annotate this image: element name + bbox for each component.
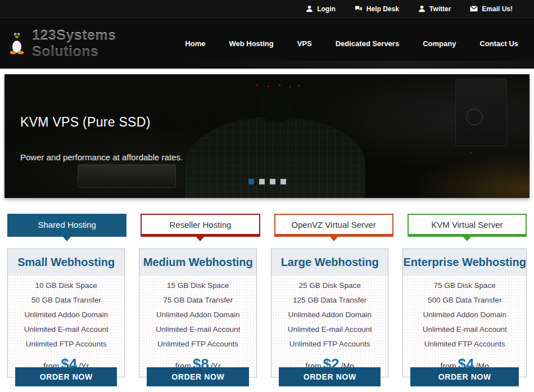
plan-feature: Unlimited FTP Accounts [271,337,388,352]
plan-title: Small Webhosting [17,256,115,269]
tab-arrow-reseller [196,237,204,241]
plan-feature-list: 15 GB Disk Space 75 GB Data Transfer Unl… [139,278,256,352]
nav-vps[interactable]: VPS [287,34,322,53]
plan-feature: 25 GB Disk Space [271,278,388,293]
plan-feature: Unlimited E-mail Account [403,322,526,337]
hero-title: KVM VPS (Pure SSD) [20,115,183,130]
plan-feature-list: 10 GB Disk Space 50 GB Data Transfer Unl… [8,278,124,352]
hero-phone-decoration [455,79,507,146]
plan-feature: 50 GB Data Transfer [8,293,124,308]
login-label: Login [317,5,336,13]
hosting-tabs: Shared Hosting Reseller Hosting OpenVZ V… [0,214,534,241]
carousel-indicators [4,179,530,184]
envelope-icon [470,6,478,12]
plan-feature: Unlimited Addon Domain [403,308,526,322]
carousel-dot-4[interactable] [280,179,286,184]
plan-feature-list: 75 GB Disk Space 500 GB Data Transfer Un… [403,278,526,352]
tab-arrow-shared [63,237,71,241]
tux-penguin-icon [7,30,27,57]
nav-company[interactable]: Company [413,34,466,53]
plan-card-small: Small Webhosting 10 GB Disk Space 50 GB … [7,249,125,377]
tab-col-openvz: OpenVZ Virtual Server [274,214,393,241]
twitter-label: Twitter [429,5,451,13]
tab-arrow-openvz [330,237,338,241]
plan-feature: Unlimited E-mail Account [271,322,388,337]
nav-home[interactable]: Home [175,34,215,53]
plan-feature: Unlimited FTP Accounts [403,337,526,352]
plan-feature: 125 GB Data Transfer [271,293,388,308]
plan-feature: Unlimited Addon Domain [271,308,388,322]
plan-header: Enterprise Webhosting [403,249,526,276]
plan-feature: 500 GB Data Transfer [403,293,526,308]
plan-header: Large Webhosting [271,249,388,276]
nav-web-hosting[interactable]: Web Hosting [219,34,283,53]
tab-col-reseller: Reseller Hosting [141,214,260,241]
hero-led-lights-decoration [256,84,258,86]
plan-feature: Unlimited E-mail Account [139,322,256,337]
plan-title: Medium Webhosting [143,256,253,269]
plan-header: Small Webhosting [8,249,124,276]
help-desk-link[interactable]: Help Desk [355,5,399,13]
top-bar: Login Help Desk Twitter Email Us! [0,0,534,18]
plan-feature: Unlimited Addon Domain [139,308,256,322]
help-desk-label: Help Desk [366,5,399,13]
plan-feature-list: 25 GB Disk Space 125 GB Data Transfer Un… [271,278,388,352]
site-header: 123Systems Solutions Home Web Hosting VP… [0,18,534,69]
plan-title: Enterprise Webhosting [403,256,526,269]
email-label: Email Us! [482,5,513,13]
plan-title: Large Webhosting [281,256,379,269]
tab-arrow-kvm [463,237,471,241]
order-now-button[interactable]: ORDER NOW [15,367,117,386]
pricing-cards: Small Webhosting 10 GB Disk Space 50 GB … [0,249,534,377]
nav-contact-us[interactable]: Contact Us [469,34,528,53]
hero-carousel: KVM VPS (Pure SSD) Power and performance… [4,74,530,198]
login-link[interactable]: Login [306,5,336,13]
plan-feature: Unlimited E-mail Account [8,322,124,337]
plan-card-enterprise: Enterprise Webhosting 75 GB Disk Space 5… [402,249,527,377]
plan-card-medium: Medium Webhosting 15 GB Disk Space 75 GB… [139,249,256,377]
plan-header: Medium Webhosting [139,249,256,276]
carousel-dot-3[interactable] [270,179,275,184]
tab-reseller-hosting[interactable]: Reseller Hosting [141,214,260,237]
tab-col-shared: Shared Hosting [7,214,126,241]
chat-icon [355,5,363,12]
email-link[interactable]: Email Us! [470,5,513,13]
hero-person-head [259,89,295,121]
order-now-button[interactable]: ORDER NOW [279,367,381,386]
nav-dedicated-servers[interactable]: Dedicated Servers [325,34,409,53]
twitter-link[interactable]: Twitter [418,5,451,13]
main-nav: Home Web Hosting VPS Dedicated Servers C… [175,34,528,53]
order-now-button[interactable]: ORDER NOW [410,367,519,386]
user-icon [306,5,313,12]
plan-feature: Unlimited FTP Accounts [139,337,256,352]
tab-openvz-virtual-server[interactable]: OpenVZ Virtual Server [274,214,393,237]
brand-logo[interactable]: 123Systems Solutions [7,27,175,60]
carousel-dot-1[interactable] [248,179,254,184]
hero-caption: KVM VPS (Pure SSD) Power and performance… [20,115,183,162]
plan-feature: Unlimited Addon Domain [8,308,124,322]
hero-subtitle: Power and performance at affordable rate… [20,152,183,162]
brand-name: 123Systems Solutions [32,27,175,60]
plan-card-large: Large Webhosting 25 GB Disk Space 125 GB… [271,249,388,377]
plan-feature: 15 GB Disk Space [139,278,256,293]
tab-col-kvm: KVM Virtual Server [408,214,527,241]
order-now-button[interactable]: ORDER NOW [147,367,248,386]
tab-kvm-virtual-server[interactable]: KVM Virtual Server [408,214,527,237]
plan-feature: 75 GB Data Transfer [139,293,256,308]
carousel-dot-2[interactable] [259,179,265,184]
tab-shared-hosting[interactable]: Shared Hosting [7,214,126,237]
plan-feature: 10 GB Disk Space [8,278,124,293]
plan-feature: 75 GB Disk Space [403,278,526,293]
user-icon [418,5,426,12]
plan-feature: Unlimited FTP Accounts [8,337,124,352]
